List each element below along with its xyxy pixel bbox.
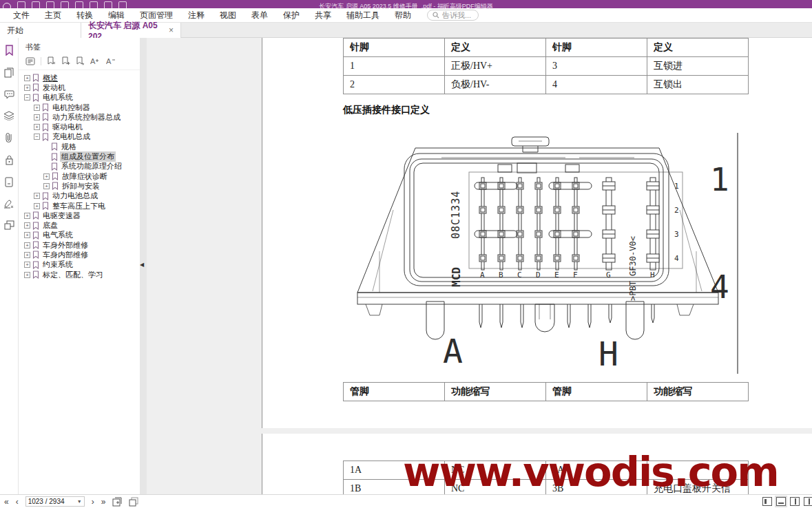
expand-icon[interactable]: +: [24, 242, 30, 248]
tab-start[interactable]: 开始: [0, 23, 81, 38]
menu-item-1[interactable]: 文件: [6, 8, 37, 23]
last-page-button[interactable]: »: [101, 497, 106, 507]
expand-icon[interactable]: +: [24, 272, 30, 278]
bookmark-label[interactable]: 约束系统: [41, 260, 74, 270]
expand-icon[interactable]: +: [24, 222, 30, 229]
menu-item-9[interactable]: 保护: [275, 8, 307, 23]
bookmark-item[interactable]: +电驱变速器: [19, 211, 140, 220]
facing-view-icon[interactable]: [790, 497, 800, 506]
bookmark-label[interactable]: 底盘: [41, 220, 59, 231]
page-number-input[interactable]: [28, 498, 76, 505]
expand-icon[interactable]: +: [34, 193, 40, 199]
next-page-button[interactable]: ›: [92, 497, 94, 507]
bookmark-item[interactable]: +车身内部维修: [19, 250, 140, 260]
bookmark-label[interactable]: 电机系统: [41, 92, 74, 103]
increase-text-size-icon[interactable]: A: [90, 57, 101, 65]
bookmark-label[interactable]: 电机控制器: [51, 103, 92, 113]
bookmark-item[interactable]: +驱动电机: [19, 122, 140, 131]
bookmark-item[interactable]: +车身外部维修: [19, 240, 140, 250]
expand-icon[interactable]: +: [34, 203, 40, 209]
collapse-icon[interactable]: −: [24, 94, 30, 100]
bookmark-item[interactable]: −电机系统: [19, 93, 140, 103]
page-dropdown-icon[interactable]: ▼: [77, 499, 82, 504]
bookmark-label[interactable]: 充电机总成: [51, 131, 92, 142]
bookmark-settings-icon[interactable]: [76, 56, 85, 65]
bookmark-label[interactable]: 驱动电机: [51, 122, 84, 132]
bookmark-item[interactable]: +发动机: [19, 83, 140, 92]
expand-icon[interactable]: +: [24, 262, 30, 268]
expand-icon[interactable]: +: [24, 85, 30, 91]
bookmark-label[interactable]: 故障症状诊断: [61, 171, 109, 182]
bookmark-label[interactable]: 电气系统: [41, 230, 74, 240]
bookmark-label[interactable]: 系统功能原理介绍: [60, 161, 123, 171]
bookmark-label[interactable]: 概述: [41, 73, 59, 83]
expand-icon[interactable]: +: [24, 75, 30, 81]
single-page-view-icon[interactable]: [762, 497, 772, 506]
bookmark-item[interactable]: −充电机总成: [19, 132, 140, 142]
expand-icon[interactable]: +: [24, 232, 30, 238]
bookmark-item[interactable]: +电机控制器: [19, 103, 140, 112]
bookmark-item[interactable]: 组成及位置分布: [19, 151, 140, 161]
page-number-box[interactable]: ▼: [25, 496, 85, 507]
menu-item-11[interactable]: 辅助工具: [339, 8, 387, 23]
bookmark-label[interactable]: 发动机: [41, 83, 67, 93]
bookmark-item[interactable]: +概述: [19, 73, 140, 83]
add-tab-icon[interactable]: [112, 497, 122, 507]
menu-item-7[interactable]: 视图: [212, 8, 244, 23]
tell-me-search[interactable]: 告诉我...: [427, 10, 479, 21]
bookmark-item[interactable]: +电气系统: [19, 231, 140, 240]
security-panel-icon[interactable]: [5, 155, 14, 165]
bookmark-label[interactable]: 拆卸与安装: [61, 181, 101, 191]
collapse-icon[interactable]: −: [34, 134, 40, 140]
menu-item-2[interactable]: 主页: [37, 8, 69, 23]
bookmark-item[interactable]: +拆卸与安装: [19, 181, 140, 191]
bookmark-item[interactable]: 规格: [19, 142, 140, 151]
split-view-panel-icon[interactable]: [4, 220, 14, 230]
first-page-button[interactable]: «: [4, 497, 9, 507]
document-canvas[interactable]: 针脚定义针脚定义 1正极/HV+3互锁进2负极/HV-4互锁出 低压插接件接口定…: [147, 38, 812, 494]
bookmark-options-icon[interactable]: [25, 57, 35, 65]
bookmark-item[interactable]: +故障症状诊断: [19, 171, 140, 181]
attachments-panel-icon[interactable]: [4, 132, 14, 143]
comments-panel-icon[interactable]: [4, 89, 14, 99]
signature-panel-icon[interactable]: [3, 199, 14, 209]
bookmark-item[interactable]: +底盘: [19, 220, 140, 230]
continuous-view-icon[interactable]: [776, 497, 786, 506]
bookmark-item[interactable]: 系统功能原理介绍: [19, 162, 140, 171]
bookmark-label[interactable]: 整车高压上下电: [51, 201, 107, 211]
layers-panel-icon[interactable]: [3, 111, 14, 120]
expand-icon[interactable]: +: [43, 173, 50, 180]
bookmark-label[interactable]: 车身内部维修: [41, 250, 90, 260]
bookmark-label[interactable]: 电驱变速器: [41, 211, 82, 221]
add-bookmark-icon[interactable]: [61, 56, 70, 65]
bookmark-item[interactable]: +整车高压上下电: [19, 201, 140, 211]
menu-item-10[interactable]: 共享: [307, 8, 339, 23]
expand-icon[interactable]: +: [34, 114, 40, 120]
bookmark-label[interactable]: 组成及位置分布: [60, 151, 116, 162]
expand-icon[interactable]: +: [24, 213, 30, 219]
collapse-panel-icon[interactable]: ◀: [140, 262, 144, 268]
tab-close-icon[interactable]: ×: [169, 25, 174, 35]
destinations-panel-icon[interactable]: [4, 177, 14, 187]
bookmark-label[interactable]: 标定、匹配、学习: [41, 270, 105, 280]
bookmark-item[interactable]: +动力电池总成: [19, 191, 140, 201]
decrease-text-size-icon[interactable]: A: [106, 57, 116, 65]
expand-icon[interactable]: +: [34, 105, 40, 111]
menu-item-8[interactable]: 表单: [244, 8, 275, 23]
bookmark-item[interactable]: +动力系统控制器总成: [19, 112, 140, 122]
bookmark-label[interactable]: 规格: [60, 142, 78, 152]
bookmark-label[interactable]: 车身外部维修: [41, 240, 90, 251]
bookmark-label[interactable]: 动力电池总成: [51, 191, 99, 201]
tab-document[interactable]: 长安汽车 启源 A05 202... ×: [81, 23, 181, 38]
bookmark-item[interactable]: +约束系统: [19, 260, 140, 270]
facing-continuous-view-icon[interactable]: [804, 497, 812, 506]
bookmark-item[interactable]: +标定、匹配、学习: [19, 270, 140, 279]
menu-item-12[interactable]: 帮助: [387, 8, 419, 23]
previous-page-button[interactable]: ‹: [16, 497, 19, 507]
bookmark-label[interactable]: 动力系统控制器总成: [51, 112, 122, 123]
expand-icon[interactable]: +: [24, 252, 30, 258]
expand-icon[interactable]: +: [34, 124, 40, 130]
bookmarks-panel-icon[interactable]: [4, 45, 14, 56]
tile-pages-icon[interactable]: [129, 497, 138, 507]
delete-bookmark-icon[interactable]: [47, 56, 56, 65]
